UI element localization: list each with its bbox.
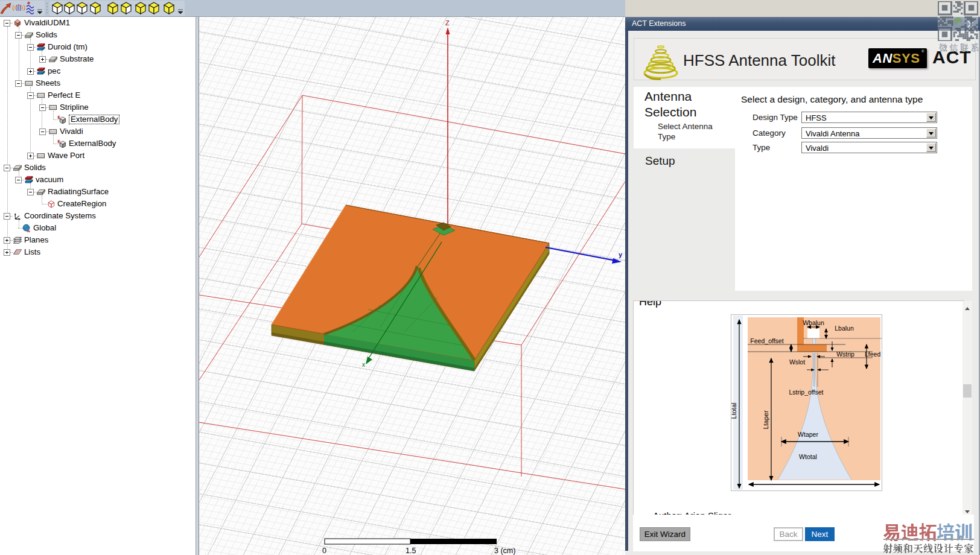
svg-text:Lfeed: Lfeed	[865, 350, 880, 358]
svg-text:Wstrip: Wstrip	[836, 350, 854, 358]
svg-text:0: 0	[322, 547, 326, 555]
svg-text:Wtotal: Wtotal	[799, 453, 817, 460]
svg-text:Feed_offset: Feed_offset	[750, 337, 783, 344]
svg-text:Wslot: Wslot	[789, 358, 805, 366]
svg-text:y: y	[619, 251, 623, 258]
svg-text:Wtaper: Wtaper	[798, 431, 818, 438]
svg-text:Z: Z	[445, 19, 450, 27]
svg-text:E: E	[58, 115, 61, 119]
svg-text:3 (cm): 3 (cm)	[494, 547, 515, 555]
svg-text:1.5: 1.5	[406, 547, 416, 555]
svg-text:x: x	[362, 361, 365, 368]
svg-text:Lbalun: Lbalun	[835, 325, 854, 332]
svg-text:Lstrip_offset: Lstrip_offset	[789, 388, 823, 396]
svg-text:Wbalun: Wbalun	[803, 319, 824, 326]
svg-text:E: E	[58, 139, 61, 144]
svg-text:Ltaper: Ltaper	[762, 410, 769, 430]
svg-text:w: w	[27, 229, 30, 232]
svg-text:Ltotal: Ltotal	[731, 403, 737, 419]
